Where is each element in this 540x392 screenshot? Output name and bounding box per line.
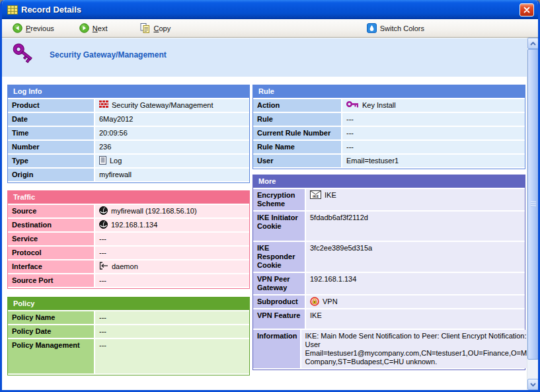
record-header-band: Security Gateway/Management (2, 38, 527, 77)
left-column: Log Info Product Security Gateway/Manage… (7, 85, 250, 375)
row-value: 192.168.1.134 (306, 273, 525, 294)
row-label: Policy Management (8, 339, 94, 373)
copy-button[interactable]: Copy (136, 22, 174, 35)
row-label: Information (253, 330, 300, 368)
table-row: Type Log (8, 155, 249, 167)
row-value: IKE: Main Mode Sent Notification to Peer… (301, 330, 527, 368)
traffic-title: Traffic (8, 191, 249, 204)
row-value: IKE IKE (306, 189, 525, 210)
more-title: More (253, 175, 525, 188)
table-row: Encryption Scheme IKE IKE (253, 189, 525, 210)
host-globe-icon (99, 220, 108, 229)
page-title: Security Gateway/Management (50, 50, 167, 59)
row-label: VPN Feature (253, 309, 305, 329)
row-label: Product (8, 99, 94, 112)
rule-title: Rule (253, 85, 525, 98)
row-label: Interface (8, 260, 94, 273)
table-row: Source Port --- (8, 274, 249, 287)
inbound-interface-icon (99, 262, 108, 270)
switch-colors-icon (367, 23, 377, 33)
table-row: VPN Peer Gateway 192.168.1.134 (253, 273, 525, 294)
row-label: Current Rule Number (253, 127, 341, 139)
row-value: 6May2012 (95, 113, 249, 126)
row-label: User (253, 155, 341, 167)
table-row: VPN Feature IKE (253, 309, 525, 329)
record-details-window: Record Details Previous Next Copy (0, 0, 540, 392)
record-scroll-area: Security Gateway/Management Log Info Pro… (2, 38, 527, 390)
table-row: Rule Name --- (253, 141, 525, 153)
window-title: Record Details (21, 5, 520, 15)
rule-panel: Rule Action Key Install Rule (252, 85, 525, 169)
row-label: Service (8, 233, 94, 245)
table-row: IKE Initiator Cookie 5fdadb6af3f2112d (253, 212, 525, 241)
row-value: --- (95, 274, 249, 287)
row-value: Key Install (342, 99, 525, 112)
svg-text:IKE: IKE (313, 194, 319, 198)
titlebar: Record Details (2, 0, 538, 19)
log-info-panel: Log Info Product Security Gateway/Manage… (7, 85, 250, 183)
row-label: Source Port (8, 274, 94, 287)
security-key-icon (11, 43, 39, 72)
table-row: Policy Name --- (8, 311, 249, 324)
row-value: myfirewall (95, 169, 249, 181)
close-button[interactable] (520, 3, 534, 17)
row-label: Number (8, 141, 94, 153)
row-value: --- (95, 325, 249, 338)
row-value: --- (95, 247, 249, 259)
log-file-icon (99, 156, 106, 165)
table-row: Date 6May2012 (8, 113, 249, 126)
table-row: User Email=testuser1 (253, 155, 525, 167)
row-label: Encryption Scheme (253, 189, 305, 210)
table-row: Rule --- (253, 113, 525, 126)
scroll-down-button[interactable] (527, 379, 539, 390)
scroll-up-button[interactable] (527, 38, 539, 49)
table-row: Subproduct VPN (253, 295, 525, 308)
table-row: Origin myfirewall (8, 169, 249, 181)
content-area: Security Gateway/Management Log Info Pro… (2, 38, 538, 390)
row-label: Type (8, 155, 94, 167)
row-value: --- (342, 113, 525, 126)
row-value: IKE (306, 309, 525, 329)
table-row: Interface daemon (8, 260, 249, 273)
row-label: IKE Initiator Cookie (253, 212, 305, 241)
table-row: Product Security Gateway/Management (8, 99, 249, 112)
thumb-grip (531, 202, 536, 207)
row-value: Log (95, 155, 249, 167)
table-row: Information IKE: Main Mode Sent Notifica… (253, 330, 525, 368)
table-row: Number 236 (8, 141, 249, 153)
row-label: Date (8, 113, 94, 126)
host-globe-icon (99, 206, 108, 215)
table-row: Service --- (8, 233, 249, 245)
next-icon (79, 23, 89, 33)
next-button[interactable]: Next (75, 22, 112, 35)
more-panel: More Encryption Scheme IKE IKE IKE (252, 175, 525, 370)
row-label: Subproduct (253, 295, 305, 308)
row-label: VPN Peer Gateway (253, 273, 305, 294)
row-value: --- (342, 141, 525, 153)
toolbar: Previous Next Copy Switch Colors (2, 19, 538, 38)
row-value: --- (95, 311, 249, 324)
key-install-icon (346, 100, 359, 108)
row-label: Policy Name (8, 311, 94, 324)
log-info-title: Log Info (8, 85, 249, 98)
row-label: Origin (8, 169, 94, 181)
table-row: IKE Responder Cookie 3fc2ee389e5d315a (253, 242, 525, 272)
detail-tables: Log Info Product Security Gateway/Manage… (2, 77, 527, 375)
switch-colors-button[interactable]: Switch Colors (363, 22, 428, 35)
chevron-down-icon (531, 383, 535, 386)
row-value: --- (95, 233, 249, 245)
copy-label: Copy (153, 24, 171, 32)
previous-button[interactable]: Previous (9, 22, 58, 35)
row-label: Source (8, 205, 94, 217)
row-value: Email=testuser1 (342, 155, 525, 167)
table-row: Source myfirewall (192.168.56.10) (8, 205, 249, 217)
traffic-panel: Traffic Source myfirewall (192.168.56.10… (7, 190, 250, 289)
row-label: Policy Date (8, 325, 94, 338)
scrollbar-thumb[interactable] (527, 49, 539, 360)
row-label: Rule (253, 113, 341, 126)
row-label: Protocol (8, 247, 94, 259)
previous-label: Previous (26, 24, 54, 32)
switch-colors-label: Switch Colors (380, 24, 424, 32)
record-details-app-icon (7, 5, 18, 15)
vertical-scrollbar[interactable] (527, 38, 538, 390)
